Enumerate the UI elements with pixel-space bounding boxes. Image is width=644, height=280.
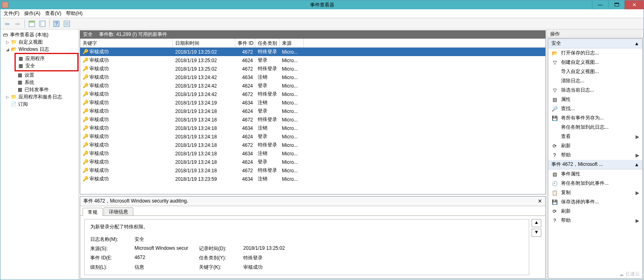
col-datetime[interactable]: 日期和时间 (173, 39, 235, 47)
action-label: 刷新 (561, 142, 639, 149)
show-tree-button[interactable] (27, 19, 36, 28)
action-item[interactable]: ⟳刷新 (548, 141, 642, 150)
action-label: 查看 (561, 133, 632, 140)
value-logged: 2018/1/19 13:25:02 (243, 245, 523, 252)
action-label: 属性 (561, 96, 639, 103)
action-item[interactable]: 💾保存选择的事件... (548, 197, 642, 207)
event-row[interactable]: 🔑 审核成功2018/1/19 13:25:024672特殊登录Micro... (80, 48, 545, 56)
panel-layout-button[interactable] (38, 19, 47, 28)
detail-up-button[interactable]: ▲ (532, 219, 541, 227)
menu-help[interactable]: 帮助(H) (66, 10, 83, 17)
event-row[interactable]: 🔑 审核成功2018/1/19 13:24:194634注销Micro... (80, 98, 545, 107)
event-row[interactable]: 🔑 审核成功2018/1/19 13:24:184624登录Micro... (80, 107, 545, 115)
tree-root[interactable]: 🗃 事件查看器 (本地) (0, 31, 79, 38)
event-row[interactable]: 🔑 审核成功2018/1/19 13:24:184624登录Micro... (80, 132, 545, 141)
action-item[interactable]: 查看▶ (548, 132, 642, 141)
tree-security[interactable]: ▦ 安全 (16, 62, 61, 69)
event-row[interactable]: 🔑 审核成功2018/1/19 13:24:424624登录Micro... (80, 81, 545, 90)
action-item[interactable]: 将任务附加到此日志... (548, 123, 642, 132)
event-row[interactable]: 🔑 审核成功2018/1/19 13:24:184624登录Micro... (80, 158, 545, 166)
menu-view[interactable]: 查看(V) (45, 10, 61, 17)
tab-details[interactable]: 详细信息 (104, 207, 133, 215)
detail-grid: 日志名称(M): 安全 来源(S): Microsoft Windows sec… (90, 236, 523, 271)
menu-file[interactable]: 文件(F) (4, 10, 19, 17)
detail-pane: 事件 4672，Microsoft Windows security audit… (80, 196, 546, 279)
log-icon: ▦ (17, 63, 24, 69)
detail-title: 事件 4672，Microsoft Windows security audit… (83, 198, 188, 205)
tree-subscriptions[interactable]: 📄 订阅 (0, 100, 79, 108)
tree-application[interactable]: ▦ 应用程序 (16, 55, 61, 62)
help-button[interactable]: ? (52, 19, 61, 28)
close-button[interactable]: ✕ (624, 0, 644, 9)
event-row[interactable]: 🔑 审核成功2018/1/19 13:24:184672特殊登录Micro... (80, 141, 545, 149)
col-event-id[interactable]: 事件 ID (235, 39, 255, 47)
key-icon: 🔑 (83, 49, 88, 54)
event-row[interactable]: 🔑 审核成功2018/1/19 13:24:184672特殊登录Micro... (80, 166, 545, 175)
submenu-arrow-icon: ▶ (636, 190, 639, 196)
action-label: 将所有事件另存为... (561, 115, 639, 121)
tab-general[interactable]: 常规 (83, 208, 103, 216)
action-item[interactable]: 导入自定义视图... (548, 67, 642, 76)
action-group-event[interactable]: 事件 4672，Microsoft ...▲ (548, 160, 642, 169)
properties-button[interactable] (62, 19, 71, 28)
col-source[interactable]: 来源 (280, 39, 304, 47)
expander-icon[interactable]: ▷ (5, 40, 10, 44)
menu-action[interactable]: 操作(A) (24, 10, 40, 17)
event-row[interactable]: 🔑 审核成功2018/1/19 13:25:024672特殊登录Micro... (80, 65, 545, 73)
event-row[interactable]: 🔑 审核成功2018/1/19 13:23:594634注销Micro... (80, 175, 545, 183)
label-level: 级别(L): (90, 264, 135, 271)
event-row[interactable]: 🔑 审核成功2018/1/19 13:24:424672特殊登录Micro... (80, 90, 545, 98)
action-item[interactable]: 📂打开保存的日志... (548, 48, 642, 58)
tree-custom-views[interactable]: ▷ 📁 自定义视图 (0, 38, 79, 46)
action-item[interactable]: ▤事件属性 (548, 169, 642, 179)
separator (25, 20, 25, 28)
folder-icon: 📁 (10, 94, 17, 100)
action-item[interactable]: ▤属性 (548, 95, 642, 104)
app-window: 事件查看器 — 🗖 ✕ 文件(F) 操作(A) 查看(V) 帮助(H) ? 🗃 … (0, 0, 644, 280)
tree-app-svc-logs[interactable]: ▷ 📁 应用程序和服务日志 (0, 93, 79, 100)
copy-icon: 📋 (551, 190, 558, 196)
event-row[interactable]: 🔑 审核成功2018/1/19 13:25:024624登录Micro... (80, 56, 545, 65)
action-group-security[interactable]: 安全▲ (548, 39, 642, 48)
tree-system[interactable]: ▦ 系统 (0, 79, 79, 86)
action-label: 查找... (561, 105, 639, 112)
key-icon: 🔑 (83, 134, 88, 139)
col-task-category[interactable]: 任务类别 (255, 39, 280, 47)
label-source: 来源(S): (90, 245, 135, 252)
action-item[interactable]: 📋复制▶ (548, 188, 642, 197)
tree-forwarded[interactable]: ▦ 已转发事件 (0, 86, 79, 93)
expander-icon[interactable]: ◢ (5, 47, 10, 52)
action-item[interactable]: ▽创建自定义视图... (548, 58, 642, 67)
event-row[interactable]: 🔑 审核成功2018/1/19 13:24:184634注销Micro... (80, 124, 545, 132)
events-body[interactable]: 🔑 审核成功2018/1/19 13:25:024672特殊登录Micro...… (80, 48, 545, 194)
app-icon (2, 2, 8, 8)
key-icon: 🔑 (83, 176, 88, 182)
tree-setup[interactable]: ▦ 设置 (0, 71, 79, 79)
svg-rect-3 (39, 21, 41, 27)
nav-forward-button[interactable] (13, 19, 22, 28)
minimize-button[interactable]: — (592, 0, 608, 9)
nav-back-button[interactable] (3, 19, 12, 28)
label-logged: 记录时间(D): (199, 245, 243, 252)
action-item[interactable]: ▽筛选当前日志... (548, 86, 642, 95)
action-item[interactable]: 🔎查找... (548, 104, 642, 113)
action-item[interactable]: 清除日志... (548, 76, 642, 86)
filter-icon: ▽ (551, 87, 558, 94)
maximize-button[interactable]: 🗖 (608, 0, 624, 9)
detail-down-button[interactable]: ▼ (532, 229, 541, 237)
detail-close-button[interactable]: ✕ (538, 198, 542, 204)
action-item[interactable]: 💾将所有事件另存为... (548, 113, 642, 123)
action-item[interactable]: ⟳刷新 (548, 207, 642, 216)
action-item[interactable]: ?帮助▶ (548, 216, 642, 225)
expander-icon[interactable]: ▷ (5, 95, 10, 99)
event-row[interactable]: 🔑 审核成功2018/1/19 13:24:184672特殊登录Micro... (80, 115, 545, 124)
action-item[interactable]: 🕘将任务附加到此事件... (548, 179, 642, 188)
tree-windows-logs[interactable]: ◢ 📂 Windows 日志 (0, 46, 79, 53)
col-keyword[interactable]: 关键字 (80, 39, 173, 47)
properties-icon: ▤ (551, 171, 558, 178)
event-row[interactable]: 🔑 审核成功2018/1/19 13:24:184634注销Micro... (80, 149, 545, 158)
label-event-id: 事件 ID(E: (90, 255, 135, 261)
action-item[interactable]: ?帮助▶ (548, 150, 642, 160)
event-row[interactable]: 🔑 审核成功2018/1/19 13:24:424634注销Micro... (80, 73, 545, 81)
value-log-name: 安全 (135, 236, 523, 243)
